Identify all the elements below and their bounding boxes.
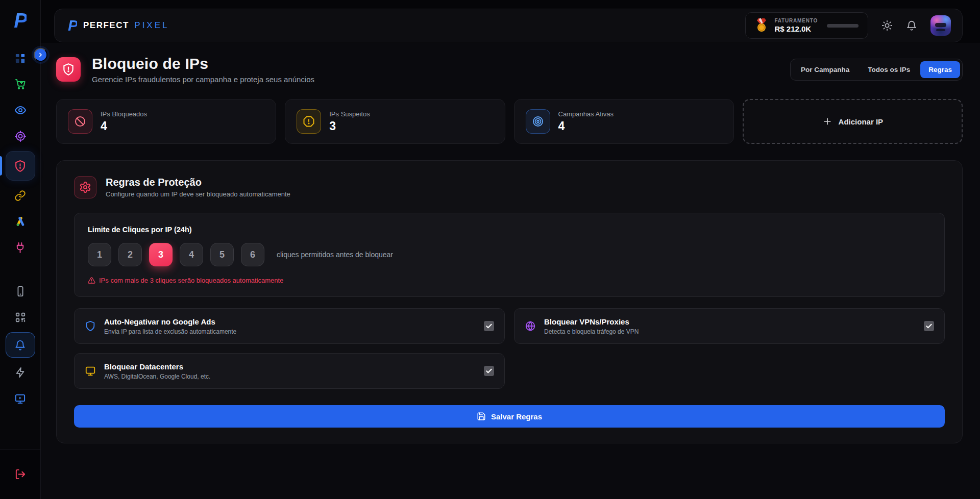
- zap-icon: [15, 367, 26, 378]
- sidebar-item-qr[interactable]: [6, 306, 35, 329]
- protection-rules-section: Regras de Proteção Configure quando um I…: [56, 160, 963, 443]
- sidebar: P: [0, 0, 41, 499]
- stat-card-active-campaigns: Campanhas Ativas 4: [514, 99, 734, 144]
- sidebar-item-automation[interactable]: [6, 361, 35, 384]
- target-icon: [14, 130, 27, 142]
- rules-subtitle: Configure quando um IP deve ser bloquead…: [106, 190, 290, 198]
- revenue-value: R$ 212.0K: [774, 24, 818, 33]
- plug-icon: [14, 242, 26, 254]
- sidebar-item-logout[interactable]: [6, 463, 35, 486]
- page-content: Bloqueio de IPs Gerencie IPs fraudulento…: [41, 43, 980, 443]
- bell-icon: [906, 20, 917, 31]
- stat-value: 3: [329, 119, 370, 133]
- rules-title: Regras de Proteção: [106, 177, 290, 188]
- notifications-button[interactable]: [906, 20, 917, 31]
- toggle-bloquear-vpns[interactable]: Bloquear VPNs/Proxies Detecta e bloqueia…: [514, 308, 945, 344]
- toggle-subtitle: Detecta e bloqueia tráfego de VPN: [544, 328, 639, 335]
- limit-option-2[interactable]: 2: [118, 243, 142, 266]
- sun-icon: [881, 20, 893, 31]
- toggle-bloquear-datacenters[interactable]: Bloquear Datacenters AWS, DigitalOcean, …: [74, 353, 505, 389]
- warning-triangle-icon: [88, 277, 95, 284]
- stat-value: 4: [101, 119, 147, 133]
- plus-icon: [822, 116, 832, 127]
- revenue-badge: FATURAMENTO R$ 212.0K: [745, 12, 868, 39]
- rules-header: Regras de Proteção Configure quando um I…: [74, 176, 945, 198]
- logout-icon: [14, 468, 26, 480]
- stat-card-blocked-ips: IPs Bloqueados 4: [56, 99, 276, 144]
- sidebar-item-integrations[interactable]: [6, 236, 35, 259]
- sidebar-item-links[interactable]: [6, 184, 35, 207]
- add-ip-button[interactable]: Adicionar IP: [743, 99, 963, 144]
- limit-option-5[interactable]: 5: [210, 243, 234, 266]
- toggle-grid: Auto-Negativar no Google Ads Envia IP pa…: [74, 308, 945, 389]
- sidebar-item-dashboard[interactable]: [6, 47, 35, 69]
- main-area: P PERFECT PIXEL: [41, 0, 980, 499]
- revenue-label: FATURAMENTO: [774, 18, 818, 23]
- sidebar-expand-button[interactable]: [34, 48, 47, 62]
- stats-row: IPs Bloqueados 4 IPs Suspeitos 3: [56, 99, 963, 144]
- toggle-auto-negativar[interactable]: Auto-Negativar no Google Ads Envia IP pa…: [74, 308, 505, 344]
- app-logo: P: [0, 0, 40, 41]
- link-icon: [14, 190, 26, 202]
- sidebar-item-media[interactable]: [6, 387, 35, 410]
- brand-logo-letter: P: [68, 17, 77, 34]
- limit-option-1[interactable]: 1: [88, 243, 111, 266]
- qr-code-icon: [15, 312, 26, 323]
- brand: P PERFECT PIXEL: [68, 17, 169, 34]
- toggle-subtitle: Envia IP para lista de exclusão automati…: [104, 328, 236, 335]
- shield-icon: [85, 320, 96, 332]
- app-logo-letter: P: [14, 9, 27, 32]
- sidebar-item-visibility[interactable]: [6, 99, 35, 121]
- click-limit-label: Limite de Cliques por IP (24h): [88, 226, 931, 234]
- tab-regras[interactable]: Regras: [920, 61, 960, 78]
- ban-icon: [68, 109, 92, 134]
- toggle-title: Auto-Negativar no Google Ads: [104, 317, 236, 326]
- sidebar-item-cart[interactable]: [6, 73, 35, 95]
- checkbox-bloquear-datacenters[interactable]: [484, 366, 494, 376]
- sidebar-item-ip-blocking[interactable]: [6, 151, 35, 181]
- tab-por-campanha[interactable]: Por Campanha: [793, 61, 857, 78]
- check-icon: [485, 367, 493, 375]
- revenue-progress-bar: [827, 24, 859, 28]
- page-header-left: Bloqueio de IPs Gerencie IPs fraudulento…: [56, 55, 314, 84]
- save-rules-button[interactable]: Salvar Regras: [74, 405, 945, 428]
- brand-name-light: PIXEL: [134, 20, 169, 30]
- sidebar-item-notifications[interactable]: [6, 332, 35, 358]
- stat-label: IPs Bloqueados: [101, 110, 147, 118]
- user-avatar[interactable]: [930, 15, 951, 36]
- tab-todos-os-ips[interactable]: Todos os IPs: [860, 61, 918, 78]
- checkbox-bloquear-vpns[interactable]: [924, 321, 934, 331]
- google-ads-icon: [14, 215, 27, 228]
- sidebar-item-mobile[interactable]: [6, 280, 35, 303]
- shield-alert-icon: [14, 160, 27, 172]
- view-tabs: Por Campanha Todos os IPs Regras: [790, 59, 963, 81]
- add-ip-label: Adicionar IP: [839, 117, 884, 126]
- page-header: Bloqueio de IPs Gerencie IPs fraudulento…: [56, 55, 963, 84]
- sidebar-nav: [0, 47, 40, 410]
- check-icon: [485, 322, 493, 330]
- checkbox-auto-negativar[interactable]: [484, 321, 494, 331]
- limit-option-4[interactable]: 4: [180, 243, 203, 266]
- topbar: P PERFECT PIXEL: [54, 9, 963, 42]
- warning-text: IPs com mais de 3 cliques serão bloquead…: [99, 277, 283, 284]
- sidebar-footer: [0, 449, 40, 499]
- sidebar-item-google-ads[interactable]: [6, 210, 35, 233]
- click-limit-options: 1 2 3 4 5 6 cliques permitidos antes de …: [88, 243, 931, 266]
- monitor-icon: [85, 365, 96, 377]
- brand-name-bold: PERFECT: [83, 20, 129, 30]
- theme-toggle-button[interactable]: [881, 20, 893, 31]
- click-limit-warning: IPs com mais de 3 cliques serão bloquead…: [88, 277, 931, 284]
- target-icon: [526, 109, 550, 134]
- click-limit-suffix: cliques permitidos antes de bloquear: [277, 251, 393, 259]
- limit-option-3[interactable]: 3: [149, 243, 173, 266]
- toggle-subtitle: AWS, DigitalOcean, Google Cloud, etc.: [104, 373, 210, 380]
- limit-option-6[interactable]: 6: [241, 243, 264, 266]
- stat-card-suspect-ips: IPs Suspeitos 3: [285, 99, 505, 144]
- page-subtitle: Gerencie IPs fraudulentos por campanha e…: [92, 75, 314, 84]
- globe-icon: [525, 320, 536, 332]
- toggle-title: Bloquear Datacenters: [104, 362, 210, 371]
- bell-icon: [14, 339, 26, 351]
- stat-label: IPs Suspeitos: [329, 110, 370, 118]
- sidebar-item-tracking[interactable]: [6, 125, 35, 147]
- dashboard-icon: [14, 53, 26, 64]
